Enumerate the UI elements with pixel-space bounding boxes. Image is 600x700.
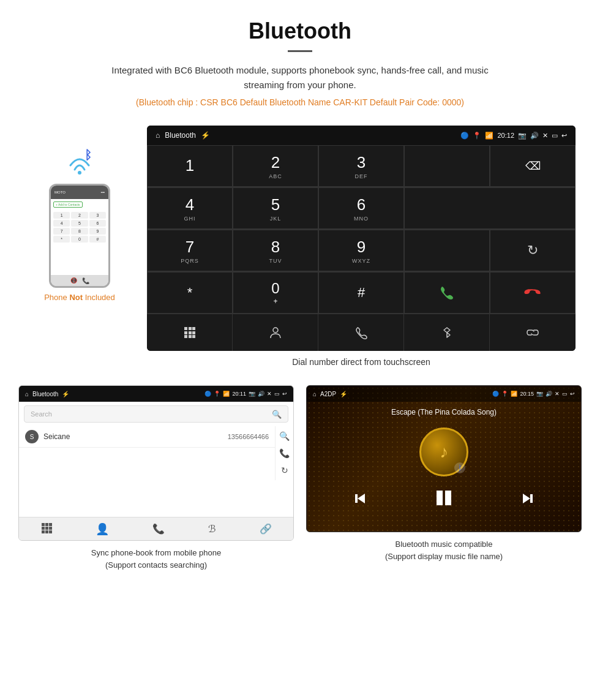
key-8[interactable]: 8TUV (233, 230, 318, 271)
key-9[interactable]: 9 (89, 228, 106, 235)
back-icon[interactable]: ↩ (561, 132, 567, 140)
key-6[interactable]: 6MNO (318, 187, 404, 229)
svg-text:ᛒ: ᛒ (84, 148, 92, 162)
key-0[interactable]: 0 (71, 236, 88, 243)
svg-marker-22 (358, 494, 365, 503)
phone-mockup-container: ᛒ MOTO ▪▪▪ + Add to Contacts 1 2 3 4 5 (24, 126, 135, 302)
key-9[interactable]: 9WXYZ (318, 230, 404, 271)
key-star[interactable]: * (53, 236, 70, 243)
key-4[interactable]: 4 (53, 220, 70, 227)
music-controls (307, 483, 581, 519)
call-green-key[interactable] (404, 272, 490, 314)
key-7[interactable]: 7PQRS (147, 230, 233, 271)
bluetooth-icon-key[interactable] (404, 314, 490, 351)
key-8[interactable]: 8 (71, 228, 88, 235)
key-1[interactable]: 1 (147, 145, 233, 187)
phone-icon-key[interactable] (318, 314, 404, 351)
key-hash[interactable]: # (89, 236, 106, 243)
pb-title: Bluetooth (32, 391, 58, 397)
location-icon: 📍 (473, 132, 481, 140)
green-phone-icon (438, 284, 456, 301)
svg-rect-12 (42, 523, 45, 526)
music-back-icon[interactable]: ↩ (570, 391, 575, 397)
play-pause-button[interactable] (435, 489, 453, 511)
key-2[interactable]: 2ABC (233, 145, 318, 187)
pb-right-reload-icon[interactable]: ↻ (281, 465, 288, 475)
title-divider (288, 50, 312, 52)
pb-search-icon[interactable]: 🔍 (272, 410, 282, 419)
key-3[interactable]: 3 (89, 212, 106, 219)
dial-caption: Dial number direct from touchscreen (147, 357, 576, 367)
home-icon[interactable]: ⌂ (156, 131, 160, 140)
pb-back-icon[interactable]: ↩ (282, 391, 287, 397)
music-statusbar-right: 🔵 📍 📶 20:15 📷 🔊 ✕ ▭ ↩ (492, 391, 575, 397)
music-x-icon[interactable]: ✕ (555, 391, 560, 397)
wifi-bluetooth-icon: ᛒ (61, 144, 98, 180)
svg-rect-20 (49, 530, 52, 533)
pb-contacts-icon[interactable]: 👤 (96, 522, 109, 536)
music-statusbar-left: ⌂ A2DP ⚡ (313, 391, 347, 397)
key-2[interactable]: 2 (71, 212, 88, 219)
pb-right-search-icon[interactable]: 🔍 (279, 431, 290, 441)
music-note-icon: ♪ (440, 442, 448, 462)
next-button[interactable] (520, 491, 535, 509)
key-hash[interactable]: # (318, 272, 404, 314)
music-content: ⌂ A2DP ⚡ 🔵 📍 📶 20:15 📷 🔊 ✕ ▭ ↩ (307, 386, 581, 532)
phone-status-icons: ▪▪▪ (101, 190, 105, 194)
bottom-screenshots: ⌂ Bluetooth ⚡ 🔵 📍 📶 20:11 📷 🔊 ✕ ▭ ↩ (0, 385, 600, 571)
key-5[interactable]: 5 (71, 220, 88, 227)
grid-icon-key[interactable] (147, 314, 233, 351)
signal-icon: 📶 (485, 132, 493, 140)
camera-icon[interactable]: 📷 (518, 132, 527, 140)
empty-2 (404, 187, 576, 229)
pb-search-bar[interactable]: Search 🔍 (24, 405, 288, 423)
music-home-icon[interactable]: ⌂ (313, 391, 317, 397)
pb-signal-icon: 📶 (223, 391, 230, 397)
dialpad-row4: * 0+ # (147, 272, 576, 314)
pb-search-placeholder: Search (31, 410, 272, 418)
pb-x-icon[interactable]: ✕ (267, 391, 272, 397)
bluetooth-bottom-icon (440, 326, 454, 339)
key-star[interactable]: * (147, 272, 233, 314)
pb-home-icon[interactable]: ⌂ (25, 391, 29, 397)
backspace-key[interactable]: ⌫ (490, 145, 576, 187)
close-icon[interactable]: ✕ (542, 132, 548, 140)
key-4[interactable]: 4GHI (147, 187, 233, 229)
android-statusbar: ⌂ Bluetooth ⚡ 🔵 📍 📶 20:12 📷 🔊 ✕ ▭ ↩ (147, 126, 576, 145)
phone-call: 📞 (82, 277, 89, 284)
key-0plus[interactable]: 0+ (233, 272, 318, 314)
key-5[interactable]: 5JKL (233, 187, 318, 229)
dialpad-row3: 7PQRS 8TUV 9WXYZ ↻ (147, 230, 576, 272)
key-3[interactable]: 3DEF (318, 145, 404, 187)
pb-statusbar-left: ⌂ Bluetooth ⚡ (25, 391, 69, 397)
key-1[interactable]: 1 (53, 212, 70, 219)
music-rect-icon: ▭ (562, 391, 568, 397)
android-dialer-screen: ⌂ Bluetooth ⚡ 🔵 📍 📶 20:12 📷 🔊 ✕ ▭ ↩ (147, 126, 576, 351)
pb-bt-bottom-icon[interactable]: ℬ (208, 523, 216, 535)
pb-spacer (19, 480, 293, 517)
key-7[interactable]: 7 (53, 228, 70, 235)
svg-marker-25 (530, 494, 533, 503)
statusbar-time: 20:12 (497, 132, 514, 139)
call-red-key[interactable] (490, 272, 576, 314)
contact-number: 13566664466 (228, 433, 269, 440)
pb-cam-icon: 📷 (249, 391, 255, 397)
statusbar-right: 🔵 📍 📶 20:12 📷 🔊 ✕ ▭ ↩ (460, 132, 567, 140)
page-title: Bluetooth (12, 18, 588, 44)
key-6[interactable]: 6 (89, 220, 106, 227)
pb-grid-icon[interactable] (41, 522, 52, 536)
music-spacer (307, 519, 581, 532)
music-album-art: ♪ ᛒ (419, 427, 468, 476)
svg-marker-26 (523, 494, 530, 503)
pb-phone-bottom-icon[interactable]: 📞 (152, 523, 165, 535)
volume-icon[interactable]: 🔊 (530, 132, 539, 140)
pb-right-call-icon[interactable]: 📞 (279, 448, 290, 458)
dialpad-row2: 4GHI 5JKL 6MNO (147, 187, 576, 230)
rect-icon[interactable]: ▭ (552, 132, 558, 140)
prev-button[interactable] (353, 491, 367, 509)
contact-row-seicane[interactable]: S Seicane 13566664466 (19, 426, 275, 448)
reload-key[interactable]: ↻ (490, 230, 576, 271)
person-icon-key[interactable] (233, 314, 318, 351)
pb-link-bottom-icon[interactable]: 🔗 (260, 523, 272, 535)
link-icon-key[interactable] (490, 314, 576, 351)
